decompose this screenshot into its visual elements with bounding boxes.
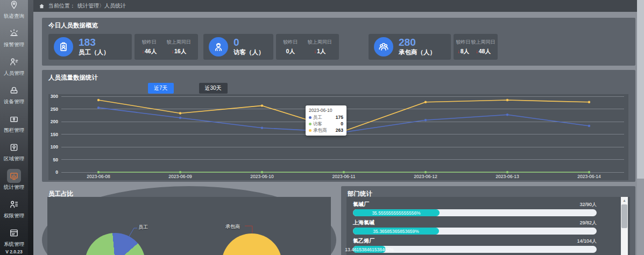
chart-tooltip: 2023-06-10 员工 175 访客 0 承包商 263 xyxy=(306,105,346,136)
sidebar-item-alarm[interactable]: 报警管理 xyxy=(0,20,28,48)
compare-stat: 较昨日 0人 xyxy=(283,39,298,55)
stat-card-group-employee: 183 员工（人） 较昨日 ↓46人 较上周同日 ↓16人 xyxy=(48,34,198,60)
sidebar-item-fence[interactable]: 围栏管理 xyxy=(0,105,28,134)
tab-last-30-days[interactable]: 近30天 xyxy=(199,83,228,94)
stat-label: 员工（人） xyxy=(79,48,110,56)
stat-value: 0 xyxy=(233,37,265,47)
badge-icon xyxy=(54,37,73,56)
compare-stat: 较昨日 ↓46人 xyxy=(141,39,157,55)
overview-panel: 今日人员数据概览 183 员工（人） 较昨日 ↓46人 较上周同日 ↓16人 0 xyxy=(42,18,635,66)
svg-text:150: 150 xyxy=(51,132,58,137)
stats-icon xyxy=(7,169,21,183)
sidebar-item-label: 统计管理 xyxy=(4,184,24,191)
sidebar-item-permission[interactable]: 权限管理 xyxy=(0,191,28,219)
sidebar-item-label: 人员管理 xyxy=(4,70,24,77)
department-row: 氯乙烯厂 14/104人 13.461538461538462% xyxy=(353,237,597,253)
down-arrow-icon: ↓ xyxy=(476,48,478,54)
compare-card-employee: 较昨日 ↓46人 较上周同日 ↓16人 xyxy=(135,34,198,60)
compare-value: ↓48人 xyxy=(471,48,496,55)
stat-card-contractor: 280 承包商（人） xyxy=(369,34,451,60)
compare-label: 较昨日 xyxy=(283,39,298,46)
sidebar-item-label: 报警管理 xyxy=(4,41,24,48)
department-name: 氯乙烯厂 xyxy=(353,237,374,245)
compare-value: ↓8人 xyxy=(456,48,471,55)
pie-slice-label: 员工 xyxy=(138,224,148,231)
pie-slice-label: 承包商 xyxy=(225,223,240,230)
series-dot-icon xyxy=(309,129,312,132)
compare-label: 较上周同日 xyxy=(471,39,496,46)
sidebar-item-area[interactable]: 区域管理 xyxy=(0,134,28,162)
employee-ratio-panel: 员工占比 员工承包商 xyxy=(42,186,336,255)
department-row: 氯碱厂 32/90人 35.555555555555556% xyxy=(353,201,597,216)
svg-text:250: 250 xyxy=(51,107,58,112)
department-row: 上海氯碱 29/82人 35.36585365853659% xyxy=(353,219,597,235)
department-scrollbar[interactable]: ▲ xyxy=(621,197,628,255)
tab-last-7-days[interactable]: 近7天 xyxy=(148,83,174,94)
range-tabs: 近7天近30天 xyxy=(148,83,228,94)
compare-value: 0人 xyxy=(283,48,298,55)
stat-cards: 183 员工（人） 较昨日 ↓46人 较上周同日 ↓16人 0 访客（人） 较昨… xyxy=(42,34,635,60)
department-scrollbar-thumb[interactable] xyxy=(621,204,627,228)
page-scrollbar[interactable] xyxy=(637,0,644,255)
tooltip-row: 访客 0 xyxy=(309,121,343,127)
breadcrumb: 当前位置： 统计管理〉人员统计 xyxy=(33,0,644,12)
dashboard-screen: 轨迹查询 报警管理 人员管理 设备管理 围栏管理 区域管理 统计管理 权限管理 … xyxy=(0,0,644,255)
sidebar-item-track[interactable]: 轨迹查询 xyxy=(0,0,28,20)
department-bar-track: 35.36585365853659% xyxy=(353,228,597,235)
area-icon xyxy=(7,140,21,154)
sidebar-item-device[interactable]: 设备管理 xyxy=(0,77,28,105)
department-bar-track: 13.461538461538462% xyxy=(353,246,597,253)
compare-stat: 较上周同日 ↓16人 xyxy=(167,39,191,55)
flow-panel: 人员流量数据统计 近7天近30天 3002502001501005002023-… xyxy=(42,70,635,182)
compare-stat: 较上周同日 ↓1人 xyxy=(308,39,332,55)
department-stats-list: 氯碱厂 32/90人 35.555555555555556% 上海氯碱 29/8… xyxy=(346,197,630,255)
svg-text:2023-06-11: 2023-06-11 xyxy=(332,174,356,179)
svg-text:2023-06-10: 2023-06-10 xyxy=(250,174,274,179)
sidebar-item-personnel[interactable]: 人员管理 xyxy=(0,48,28,77)
department-percent: 35.36585365853659% xyxy=(373,229,419,234)
page-scrollbar-thumb[interactable] xyxy=(637,0,644,179)
visitor-icon xyxy=(209,37,228,56)
employee-ratio-chart[interactable]: 员工承包商 xyxy=(47,197,331,255)
permission-icon xyxy=(7,197,21,211)
scroll-up-icon[interactable]: ▲ xyxy=(621,197,628,204)
device-icon xyxy=(7,83,21,97)
department-count: 14/104人 xyxy=(577,238,597,245)
stat-card-employee: 183 员工（人） xyxy=(48,34,132,60)
svg-text:100: 100 xyxy=(51,144,58,150)
stat-value: 183 xyxy=(79,37,110,47)
department-count: 32/90人 xyxy=(579,201,597,208)
svg-text:2023-06-14: 2023-06-14 xyxy=(577,174,601,179)
sidebar: 轨迹查询 报警管理 人员管理 设备管理 围栏管理 区域管理 统计管理 权限管理 … xyxy=(0,0,28,255)
sidebar-item-system[interactable]: 系统管理 xyxy=(0,219,28,248)
stat-card-group-visitor: 0 访客（人） 较昨日 0人 较上周同日 ↓1人 xyxy=(203,34,339,60)
sidebar-item-label: 围栏管理 xyxy=(4,127,24,134)
department-name: 氯碱厂 xyxy=(353,201,369,208)
home-icon xyxy=(39,3,45,9)
sidebar-item-label: 系统管理 xyxy=(4,241,24,248)
flow-chart-area: 3002502001501005002023-06-082023-06-0920… xyxy=(48,94,628,180)
sidebar-item-stats[interactable]: 统计管理 xyxy=(0,162,28,191)
department-count: 29/82人 xyxy=(579,219,597,226)
compare-label: 较上周同日 xyxy=(308,39,332,46)
compare-label: 较上周同日 xyxy=(167,39,191,46)
compare-stat: 较昨日 ↓8人 xyxy=(456,39,471,55)
svg-text:50: 50 xyxy=(53,157,59,162)
sidebar-item-label: 设备管理 xyxy=(4,98,24,105)
pie-chart-contractor[interactable] xyxy=(222,233,282,255)
department-bar-fill: 13.461538461538462% xyxy=(353,246,386,253)
svg-text:300: 300 xyxy=(51,94,58,99)
tooltip-series-name: 员工 xyxy=(313,114,322,121)
tooltip-row: 员工 175 xyxy=(309,114,343,121)
compare-label: 较昨日 xyxy=(141,39,157,46)
pie-chart-employee-visitor[interactable] xyxy=(85,233,145,255)
fence-icon xyxy=(7,112,21,126)
sidebar-items: 轨迹查询 报警管理 人员管理 设备管理 围栏管理 区域管理 统计管理 权限管理 … xyxy=(0,0,28,248)
stat-label: 访客（人） xyxy=(233,48,265,56)
tooltip-series-value: 263 xyxy=(336,127,343,133)
stat-value: 280 xyxy=(399,37,436,47)
series-dot-icon xyxy=(309,123,312,125)
down-arrow-icon: ↓ xyxy=(457,48,460,54)
svg-text:0: 0 xyxy=(55,169,58,175)
overview-title: 今日人员数据概览 xyxy=(42,18,635,30)
